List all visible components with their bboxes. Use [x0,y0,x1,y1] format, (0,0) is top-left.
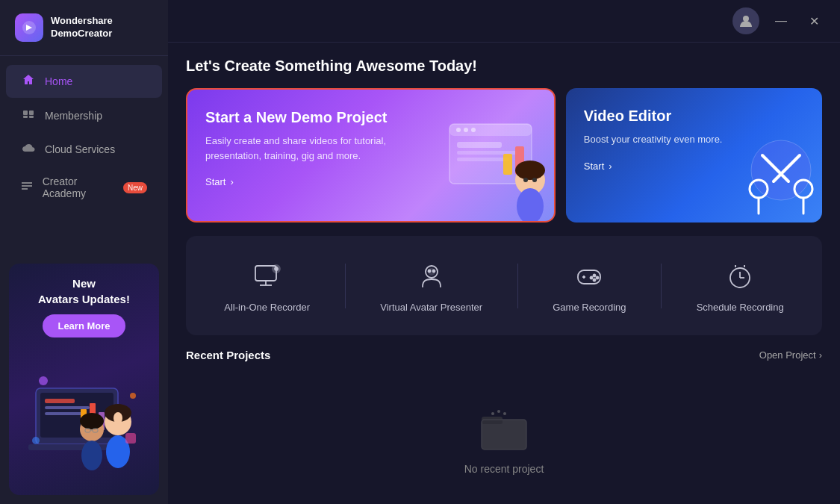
nav-items: Home Membership Cloud Services [0,56,168,255]
svg-point-61 [594,279,596,281]
editor-card-title: Video Editor [584,108,804,125]
svg-point-20 [80,413,104,429]
svg-point-62 [591,277,593,279]
svg-rect-2 [29,111,34,115]
demo-card-link[interactable]: Start › [205,176,536,187]
minimize-button[interactable]: — [770,10,792,32]
feature-divider-3 [661,264,662,308]
svg-rect-9 [45,412,82,415]
academy-icon [21,180,34,195]
user-avatar-button[interactable] [732,7,759,34]
demo-start-label: Start [205,176,225,187]
title-bar-right: — ✕ [732,7,825,34]
editor-card-link[interactable]: Start › [584,161,804,172]
avatar-label: Virtual Avatar Presenter [380,302,482,313]
sidebar-item-cloud-services[interactable]: Cloud Services [6,134,162,165]
feature-divider-1 [345,264,346,308]
ad-illustration [21,343,147,493]
recorder-label: All-in-One Recorder [224,302,310,313]
close-button[interactable]: ✕ [803,10,825,32]
sidebar-membership-label: Membership [45,110,102,122]
video-editor-card[interactable]: Video Editor Boost your creativity even … [566,88,822,223]
svg-point-28 [743,16,749,22]
sidebar-cloud-label: Cloud Services [45,143,115,155]
svg-rect-3 [23,116,28,118]
page-greeting: Let's Create Something Awesome Today! [186,57,822,75]
game-label: Game Recording [553,302,626,313]
sidebar-home-label: Home [45,75,72,87]
schedule-icon [722,258,758,294]
sidebar-item-creator-academy[interactable]: Creator Academy New [6,167,162,208]
open-project-link[interactable]: Open Project › [759,349,822,361]
svg-point-45 [750,180,768,198]
svg-rect-8 [45,406,90,409]
recent-projects-header: Recent Projects Open Project › [186,349,822,361]
demo-start-arrow: › [230,176,233,187]
main-content: — ✕ Let's Create Something Awesome Today… [168,0,840,504]
svg-point-40 [517,188,544,223]
svg-point-31 [456,128,461,132]
empty-folder-icon [478,406,530,452]
feature-divider-2 [517,264,518,308]
empty-text: No recent project [464,463,544,475]
feature-card-schedule-recording[interactable]: Schedule Recording [685,251,796,320]
svg-point-55 [432,270,435,273]
ad-card: NewAvatars Updates! Learn More [9,264,159,495]
svg-point-17 [113,412,122,424]
feature-card-virtual-avatar[interactable]: Virtual Avatar Presenter [368,251,494,320]
membership-icon [21,108,36,123]
demo-project-card[interactable]: Start a New Demo Project Easily create a… [186,88,556,223]
new-badge: New [123,182,147,193]
svg-point-73 [503,412,506,415]
svg-point-19 [81,441,102,470]
feature-card-all-in-one-recorder[interactable]: All-in-One Recorder [212,251,322,320]
sidebar-academy-label: Creator Academy [43,175,110,199]
empty-projects: No recent project [186,376,822,504]
editor-start-arrow: › [609,161,612,172]
recent-title: Recent Projects [186,349,270,361]
learn-more-button[interactable]: Learn More [43,314,125,337]
content-area: Let's Create Something Awesome Today! St… [168,43,840,504]
svg-rect-69 [482,417,503,424]
avatar-icon [414,258,449,294]
svg-rect-29 [449,124,532,184]
feature-cards: All-in-One Recorder Virtual Avatar Pr [186,236,822,335]
svg-point-24 [39,376,48,385]
svg-point-71 [491,412,494,415]
svg-point-60 [597,277,599,279]
sidebar: Wondershare DemoCreator Home Membership [0,0,168,504]
ad-title: NewAvatars Updates! [21,276,147,307]
svg-rect-37 [503,154,512,175]
title-bar: — ✕ [168,0,840,43]
svg-rect-36 [457,158,509,161]
svg-rect-35 [457,151,517,155]
svg-point-26 [32,437,40,444]
sidebar-item-home[interactable]: Home [6,65,162,98]
game-icon [571,258,607,294]
home-icon [21,74,36,89]
editor-start-label: Start [584,161,604,172]
sidebar-item-membership[interactable]: Membership [6,99,162,132]
recorder-icon [249,258,285,294]
svg-rect-27 [125,433,136,444]
feature-card-game-recording[interactable]: Game Recording [541,251,638,320]
schedule-label: Schedule Recording [697,302,784,313]
svg-point-72 [497,410,500,413]
svg-point-51 [275,267,278,270]
svg-rect-7 [45,399,75,403]
svg-point-33 [471,128,476,132]
svg-rect-1 [23,111,28,115]
recent-projects-section: Recent Projects Open Project › No r [186,349,822,504]
cloud-icon [21,143,36,156]
svg-point-25 [130,393,136,399]
svg-point-54 [428,270,430,273]
svg-rect-38 [515,146,524,175]
svg-point-32 [464,128,468,132]
app-logo-icon [15,13,43,42]
demo-card-desc: Easily create and share videos for tutor… [205,134,414,163]
open-project-arrow: › [819,349,822,361]
editor-card-desc: Boost your creativity even more. [584,132,793,147]
open-project-label: Open Project [759,349,816,361]
logo-area: Wondershare DemoCreator [0,0,168,56]
svg-point-59 [594,275,596,277]
